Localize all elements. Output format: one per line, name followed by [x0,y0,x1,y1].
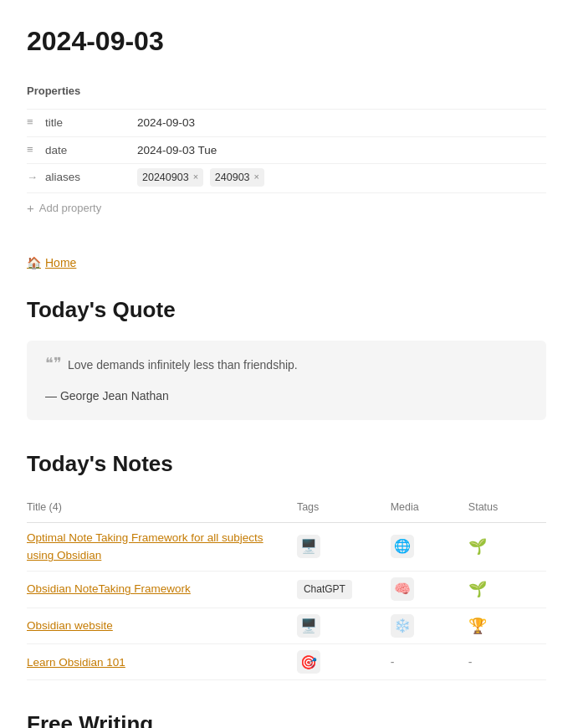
col-tags: Tags [297,495,391,523]
quote-text-container: ❝❞ Love demands infinitely less than fri… [45,356,528,374]
alias-tag-2[interactable]: 240903 × [210,168,264,187]
quote-mark-icon: ❝❞ [45,356,62,371]
quote-author: — George Jean Nathan [45,387,528,405]
media-icon-2: 🧠 [391,577,414,601]
note-link-4[interactable]: Learn Obsidian 101 [27,656,125,669]
tag-badge-2: ChatGPT [297,580,352,599]
col-media: Media [391,495,468,523]
table-row: Obsidian NoteTaking Framework ChatGPT 🧠 … [27,571,546,608]
notes-table-body: Optimal Note Taking Framework for all su… [27,522,546,680]
home-emoji: 🏠 [27,254,41,272]
quote-text: Love demands infinitely less than friend… [68,356,298,374]
alias-remove-2[interactable]: × [254,170,259,185]
date-property-value[interactable]: 2024-09-03 Tue [137,141,217,160]
add-property-button[interactable]: + Add property [27,192,546,223]
col-status: Status [468,495,546,523]
media-dash-4: - [391,655,395,669]
title-property-icon: ≡ [27,114,45,131]
free-writing-heading: Free Writing [27,707,546,728]
tag-icon-1: 🖥️ [297,535,320,558]
alias-remove-1[interactable]: × [193,170,198,185]
aliases-property-icon: → [27,169,45,187]
free-writing-section: Free Writing I'm hungry now. [27,707,546,728]
properties-label: Properties [27,83,546,100]
home-link[interactable]: 🏠 Home [27,254,76,272]
title-property-value[interactable]: 2024-09-03 [137,114,195,132]
tag-icon-4: 🎯 [297,650,320,674]
plus-icon: + [27,198,34,218]
status-icon-1: 🌱 [468,535,487,559]
properties-section: Properties ≡ title 2024-09-03 ≡ date 202… [27,83,546,223]
notes-section: Today's Notes Title (4) Tags Media Statu… [27,447,546,680]
status-dash-4: - [468,655,473,669]
table-row: Learn Obsidian 101 🎯 - - [27,644,546,680]
note-link-2[interactable]: Obsidian NoteTaking Framework [27,582,191,595]
table-row: Obsidian website 🖥️ ❄️ 🏆 [27,608,546,644]
aliases-property-key: aliases [45,168,137,187]
page-title: 2024-09-03 [27,20,546,63]
add-property-label: Add property [39,200,101,218]
property-row-date: ≡ date 2024-09-03 Tue [27,136,546,164]
notes-table-header: Title (4) Tags Media Status [27,495,546,523]
date-property-key: date [45,141,137,160]
media-icon-3: ❄️ [391,614,414,638]
property-row-aliases: → aliases 20240903 × 240903 × [27,163,546,191]
property-row-title: ≡ title 2024-09-03 [27,109,546,136]
title-property-key: title [45,114,137,132]
status-icon-3: 🏆 [468,614,487,638]
aliases-property-value: 20240903 × 240903 × [137,168,268,187]
notes-table: Title (4) Tags Media Status Optimal Note… [27,495,546,681]
home-link-label: Home [45,254,76,272]
today-notes-heading: Today's Notes [27,447,546,482]
note-link-1[interactable]: Optimal Note Taking Framework for all su… [27,531,263,562]
col-title: Title (4) [27,495,297,523]
date-property-icon: ≡ [27,141,45,159]
quote-block: ❝❞ Love demands infinitely less than fri… [27,341,546,420]
tag-icon-3: 🖥️ [297,614,320,638]
media-icon-1: 🌐 [391,535,414,558]
note-link-3[interactable]: Obsidian website [27,619,113,632]
table-row: Optimal Note Taking Framework for all su… [27,522,546,571]
status-icon-2: 🌱 [468,577,487,602]
today-quote-heading: Today's Quote [27,293,546,328]
alias-tag-1[interactable]: 20240903 × [137,168,203,187]
